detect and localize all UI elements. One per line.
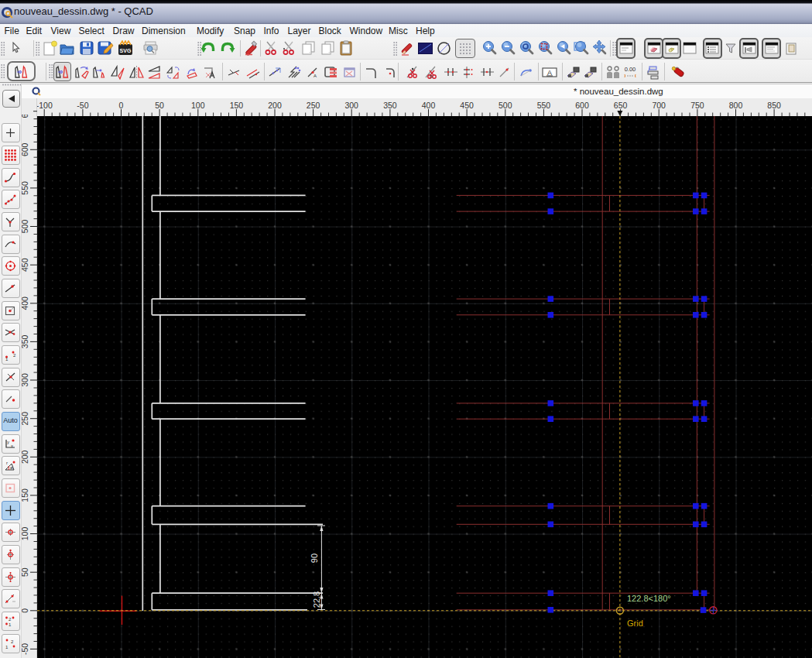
svg-text:0.00: 0.00 xyxy=(625,66,636,73)
svg-text:A: A xyxy=(313,74,317,78)
svg-text:0: 0 xyxy=(119,101,124,110)
svg-text:x: x xyxy=(11,443,13,447)
svg-text:50: 50 xyxy=(155,101,164,110)
svg-text:600: 600 xyxy=(22,142,29,156)
svg-text:-50: -50 xyxy=(77,101,88,110)
svg-text:y: y xyxy=(7,440,9,444)
svg-text:2: 2 xyxy=(9,617,12,622)
svg-text:700: 700 xyxy=(652,101,666,110)
svg-text:-100: -100 xyxy=(37,101,53,110)
svg-text:2: 2 xyxy=(13,353,16,358)
svg-text:1: 1 xyxy=(5,645,9,649)
svg-text:50: 50 xyxy=(22,567,29,577)
svg-text:650: 650 xyxy=(614,101,628,110)
svg-text:750: 750 xyxy=(690,101,704,110)
svg-text:450: 450 xyxy=(22,258,29,272)
svg-text:100: 100 xyxy=(191,101,205,110)
svg-text:22.8: 22.8 xyxy=(312,591,321,608)
svg-text:n: n xyxy=(430,74,433,79)
svg-text:550: 550 xyxy=(537,101,551,110)
svg-text:350: 350 xyxy=(383,101,397,110)
svg-text:250: 250 xyxy=(22,412,29,426)
svg-text:850: 850 xyxy=(767,101,781,110)
svg-text:0: 0 xyxy=(22,608,29,613)
svg-text:400: 400 xyxy=(422,101,436,110)
svg-text:450: 450 xyxy=(460,101,474,110)
svg-text:Grid: Grid xyxy=(627,619,643,628)
svg-text:90: 90 xyxy=(310,553,319,563)
svg-text:200: 200 xyxy=(268,101,282,110)
svg-text:100: 100 xyxy=(22,527,29,541)
svg-text:300: 300 xyxy=(344,101,358,110)
svg-text:SVG: SVG xyxy=(120,48,132,53)
svg-text:122.8<180°: 122.8<180° xyxy=(627,594,671,603)
svg-text:1: 1 xyxy=(9,622,12,627)
svg-text:150: 150 xyxy=(22,488,29,502)
svg-text:250: 250 xyxy=(307,101,320,110)
svg-text:150: 150 xyxy=(230,101,244,110)
svg-text:2: 2 xyxy=(11,639,14,644)
svg-text:500: 500 xyxy=(499,101,512,110)
svg-text:200: 200 xyxy=(22,450,29,464)
svg-text:400: 400 xyxy=(22,296,29,310)
svg-text:-50: -50 xyxy=(22,643,29,655)
svg-text:300: 300 xyxy=(22,373,29,387)
svg-text:r: r xyxy=(6,461,8,465)
svg-text:550: 550 xyxy=(22,181,29,195)
svg-text:800: 800 xyxy=(729,101,743,110)
svg-text:350: 350 xyxy=(22,334,29,348)
svg-text:1: 1 xyxy=(5,357,9,362)
svg-text:500: 500 xyxy=(22,220,29,234)
svg-text:600: 600 xyxy=(575,101,589,110)
